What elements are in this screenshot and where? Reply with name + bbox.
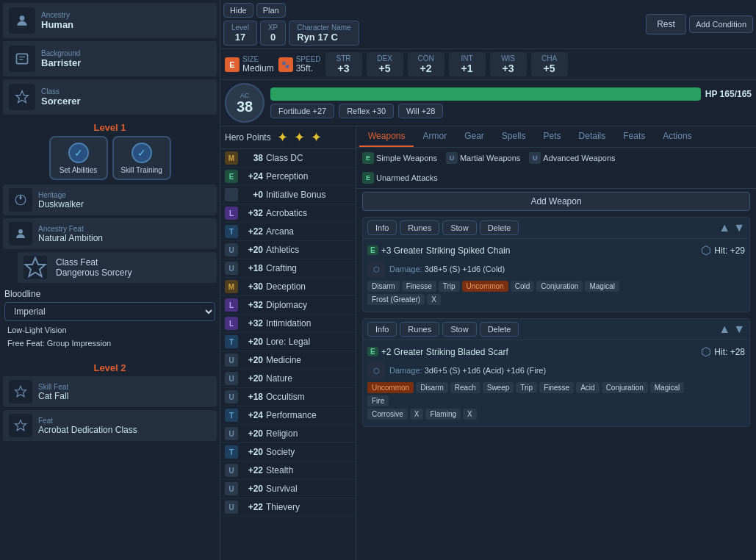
- skill-row[interactable]: T +20 Lore: Legal: [220, 333, 356, 351]
- low-light-trait: Low-Light Vision: [4, 324, 215, 336]
- top-bar: Hide Plan Level 17 XP 0 Character Name R…: [220, 0, 756, 49]
- nav-tab-actions[interactable]: Actions: [654, 126, 700, 147]
- skill-row[interactable]: M +30 Deception: [220, 278, 356, 296]
- skill-row[interactable]: U +20 Religion: [220, 425, 356, 443]
- svg-marker-4: [16, 91, 29, 103]
- skills-panel: Hero Points ✦ ✦ ✦ M 38 Class DC E +24 Pe…: [220, 126, 356, 560]
- weapon-delete-btn[interactable]: Delete: [480, 220, 519, 235]
- level-box: Level 17: [223, 21, 257, 46]
- heritage-item[interactable]: Heritage Duskwalker: [3, 184, 217, 215]
- initiative-row[interactable]: +0 Initiative Bonus: [220, 186, 356, 204]
- weapon-down-icon[interactable]: ▼: [733, 221, 745, 234]
- weapon-up-icon[interactable]: ▲: [719, 323, 730, 336]
- weapon-info-btn[interactable]: Info: [367, 322, 397, 337]
- hide-button[interactable]: Hide: [223, 3, 253, 18]
- level2-class-feat-item[interactable]: Feat Acrobat Dedication Class: [3, 410, 217, 441]
- skill-row[interactable]: U +20 Survival: [220, 480, 356, 498]
- weapon-stow-btn[interactable]: Stow: [442, 322, 476, 337]
- skill-bonus: +22: [241, 226, 263, 237]
- add-condition-button[interactable]: Add Condition: [689, 15, 753, 33]
- hero-points-label: Hero Points: [225, 132, 271, 143]
- nav-tab-spells[interactable]: Spells: [493, 126, 535, 147]
- hero-star-2[interactable]: ✦: [294, 129, 305, 146]
- skill-prof-badge: U: [225, 482, 238, 495]
- hit-badge: ⬡ Hit: +28: [701, 345, 745, 359]
- weapon-extra-tags: Fire: [367, 395, 745, 406]
- nav-tab-details[interactable]: Details: [570, 126, 615, 147]
- set-abilities-btn[interactable]: ✓ Set Abilities: [49, 136, 108, 180]
- ancestry-feat-value: Natural Ambition: [38, 233, 103, 243]
- weapon-prof-item: UMartial Weapons: [446, 152, 520, 164]
- skill-training-btn[interactable]: ✓ Skill Training: [112, 136, 171, 180]
- skill-prof-badge: T: [225, 335, 238, 348]
- weapon-name: +2 Greater Striking Bladed Scarf: [381, 347, 508, 357]
- skill-row[interactable]: U +18 Occultism: [220, 388, 356, 406]
- perception-row[interactable]: E +24 Perception: [220, 168, 356, 186]
- nav-tab-pets[interactable]: Pets: [535, 126, 570, 147]
- skill-row[interactable]: U +22 Stealth: [220, 462, 356, 480]
- hit-value: Hit: +29: [714, 245, 745, 256]
- hit-value: Hit: +28: [714, 347, 745, 357]
- reflex-btn[interactable]: Reflex +30: [339, 104, 394, 118]
- nav-tab-gear[interactable]: Gear: [456, 126, 493, 147]
- plan-button[interactable]: Plan: [256, 3, 286, 18]
- remove-tag-btn[interactable]: X: [410, 409, 424, 420]
- skill-feat-item[interactable]: Skill Feat Cat Fall: [3, 376, 217, 407]
- weapons-scroll: InfoRunesStowDelete ▲ ▼ E +3 Greater Str…: [356, 214, 756, 560]
- skill-row[interactable]: U +18 Crafting: [220, 259, 356, 278]
- weapon-tag: Acid: [576, 382, 599, 393]
- skill-row[interactable]: U +22 Thievery: [220, 498, 356, 517]
- skill-prof-badge: U: [225, 353, 238, 367]
- remove-tag-btn[interactable]: X: [463, 409, 477, 420]
- skill-feat-icon: [9, 380, 32, 403]
- class-item[interactable]: Class Sorcerer: [3, 79, 217, 115]
- skill-row[interactable]: U +20 Athletics: [220, 241, 356, 259]
- weapon-tag: Disarm: [367, 281, 400, 292]
- weapon-runes-btn[interactable]: Runes: [400, 322, 439, 337]
- level-value: 17: [231, 32, 249, 43]
- skill-bonus: +32: [241, 300, 263, 310]
- bloodline-label: Bloodline: [4, 289, 215, 299]
- skill-row[interactable]: T +24 Performance: [220, 406, 356, 425]
- fortitude-btn[interactable]: Fortitude +27: [270, 104, 334, 118]
- weapon-info-btn[interactable]: Info: [367, 220, 397, 235]
- skill-row[interactable]: U +20 Medicine: [220, 351, 356, 370]
- svg-rect-1: [17, 54, 28, 63]
- skill-row[interactable]: L +32 Diplomacy: [220, 296, 356, 315]
- will-btn[interactable]: Will +28: [398, 104, 443, 118]
- hero-star-1[interactable]: ✦: [277, 129, 288, 146]
- skill-bonus: +30: [241, 281, 263, 292]
- weapon-delete-btn[interactable]: Delete: [480, 322, 519, 337]
- skill-row[interactable]: T +22 Arcana: [220, 223, 356, 241]
- weapon-card: InfoRunesStowDelete ▲ ▼ E +2 Greater Str…: [362, 318, 750, 427]
- skill-row[interactable]: L +32 Acrobatics: [220, 204, 356, 223]
- middle-section: Hero Points ✦ ✦ ✦ M 38 Class DC E +24 Pe…: [220, 126, 756, 560]
- remove-tag-btn[interactable]: X: [427, 294, 441, 305]
- skill-prof-badge: L: [225, 317, 238, 330]
- skill-bonus: +20: [241, 337, 263, 347]
- class-value: Sorcerer: [41, 96, 80, 107]
- ancestry-feat-item[interactable]: Ancestry Feat Natural Ambition: [3, 218, 217, 249]
- class-dc-row[interactable]: M 38 Class DC: [220, 149, 356, 168]
- skill-prof-badge: U: [225, 243, 238, 256]
- add-weapon-btn[interactable]: Add Weapon: [362, 192, 750, 211]
- background-item[interactable]: Background Barrister: [3, 41, 217, 76]
- skill-row[interactable]: L +32 Intimidation: [220, 315, 356, 333]
- skill-row[interactable]: T +20 Society: [220, 443, 356, 462]
- weapon-stow-btn[interactable]: Stow: [442, 220, 476, 235]
- nav-tab-feats[interactable]: Feats: [614, 126, 654, 147]
- nav-tab-armor[interactable]: Armor: [414, 126, 456, 147]
- bloodline-select[interactable]: Imperial: [4, 302, 215, 321]
- nav-tab-weapons[interactable]: Weapons: [359, 126, 414, 147]
- weapon-up-icon[interactable]: ▲: [719, 221, 730, 234]
- hero-star-3[interactable]: ✦: [311, 129, 322, 146]
- rest-button[interactable]: Rest: [646, 14, 686, 35]
- speed-block: 🐾 SPEED 35ft.: [278, 55, 321, 73]
- heritage-value: Duskwalker: [38, 199, 84, 209]
- ancestry-item[interactable]: Ancestry Human: [3, 3, 217, 38]
- weapon-runes-btn[interactable]: Runes: [400, 220, 439, 235]
- weapon-down-icon[interactable]: ▼: [733, 323, 745, 336]
- class-feat-item[interactable]: Class Feat Dangerous Sorcery: [18, 252, 217, 283]
- weapon-prof-item: ESimple Weapons: [362, 152, 437, 164]
- skill-row[interactable]: U +20 Nature: [220, 370, 356, 388]
